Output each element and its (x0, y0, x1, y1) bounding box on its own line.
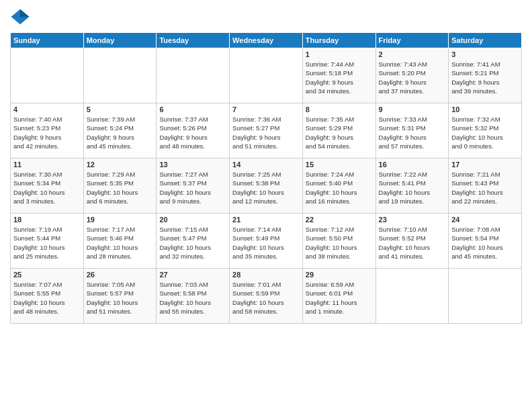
day-number: 6 (159, 105, 226, 113)
day-info: Sunrise: 7:12 AMSunset: 5:50 PMDaylight:… (306, 225, 373, 261)
calendar-cell: 14Sunrise: 7:25 AMSunset: 5:38 PMDayligh… (230, 158, 303, 214)
calendar-cell: 24Sunrise: 7:08 AMSunset: 5:54 PMDayligh… (449, 214, 522, 269)
week-row-1: 1Sunrise: 7:44 AMSunset: 5:18 PMDaylight… (11, 48, 522, 103)
day-info: Sunrise: 7:05 AMSunset: 5:57 PMDaylight:… (87, 280, 154, 316)
day-number: 2 (379, 50, 446, 58)
day-info: Sunrise: 7:03 AMSunset: 5:58 PMDaylight:… (159, 280, 226, 316)
logo (10, 7, 33, 27)
calendar-cell: 23Sunrise: 7:10 AMSunset: 5:52 PMDayligh… (375, 214, 449, 269)
calendar-cell: 5Sunrise: 7:39 AMSunset: 5:24 PMDaylight… (83, 103, 157, 158)
calendar-cell: 17Sunrise: 7:21 AMSunset: 5:43 PMDayligh… (449, 158, 522, 214)
calendar-cell: 16Sunrise: 7:22 AMSunset: 5:41 PMDayligh… (375, 158, 449, 214)
col-header-wednesday: Wednesday (230, 33, 303, 48)
week-row-4: 18Sunrise: 7:19 AMSunset: 5:44 PMDayligh… (11, 214, 522, 269)
calendar-cell: 28Sunrise: 7:01 AMSunset: 5:59 PMDayligh… (230, 269, 303, 324)
day-info: Sunrise: 7:17 AMSunset: 5:46 PMDaylight:… (87, 225, 154, 261)
day-number: 10 (451, 105, 519, 113)
day-info: Sunrise: 7:36 AMSunset: 5:27 PMDaylight:… (232, 115, 300, 150)
svg-marker-1 (20, 9, 30, 17)
day-info: Sunrise: 7:10 AMSunset: 5:52 PMDaylight:… (379, 225, 446, 261)
day-number: 19 (87, 216, 154, 224)
day-info: Sunrise: 7:37 AMSunset: 5:26 PMDaylight:… (159, 115, 226, 150)
day-info: Sunrise: 7:22 AMSunset: 5:41 PMDaylight:… (379, 170, 446, 205)
calendar-table: SundayMondayTuesdayWednesdayThursdayFrid… (10, 32, 522, 324)
day-number: 17 (451, 161, 519, 169)
day-info: Sunrise: 7:32 AMSunset: 5:32 PMDaylight:… (451, 115, 519, 150)
day-number: 1 (306, 50, 373, 58)
calendar-cell: 15Sunrise: 7:24 AMSunset: 5:40 PMDayligh… (302, 158, 375, 214)
day-info: Sunrise: 7:24 AMSunset: 5:40 PMDaylight:… (306, 170, 373, 205)
day-number: 18 (13, 216, 81, 224)
day-number: 27 (159, 271, 226, 279)
day-number: 12 (87, 161, 154, 169)
day-info: Sunrise: 7:21 AMSunset: 5:43 PMDaylight:… (451, 170, 519, 205)
day-info: Sunrise: 7:30 AMSunset: 5:34 PMDaylight:… (13, 170, 81, 205)
day-info: Sunrise: 7:29 AMSunset: 5:35 PMDaylight:… (87, 170, 154, 205)
day-info: Sunrise: 7:01 AMSunset: 5:59 PMDaylight:… (232, 280, 300, 316)
page-container: SundayMondayTuesdayWednesdayThursdayFrid… (0, 0, 532, 327)
calendar-cell (375, 269, 449, 324)
day-number: 28 (232, 271, 300, 279)
day-number: 22 (306, 216, 373, 224)
day-info: Sunrise: 7:08 AMSunset: 5:54 PMDaylight:… (451, 225, 519, 261)
col-header-friday: Friday (375, 33, 449, 48)
calendar-cell: 26Sunrise: 7:05 AMSunset: 5:57 PMDayligh… (83, 269, 157, 324)
week-row-3: 11Sunrise: 7:30 AMSunset: 5:34 PMDayligh… (11, 158, 522, 214)
day-number: 4 (13, 105, 81, 113)
day-info: Sunrise: 7:14 AMSunset: 5:49 PMDaylight:… (232, 225, 300, 261)
calendar-cell: 7Sunrise: 7:36 AMSunset: 5:27 PMDaylight… (230, 103, 303, 158)
day-number: 16 (379, 161, 446, 169)
calendar-cell (230, 48, 303, 103)
day-number: 7 (232, 105, 300, 113)
calendar-cell: 10Sunrise: 7:32 AMSunset: 5:32 PMDayligh… (449, 103, 522, 158)
col-header-sunday: Sunday (11, 33, 84, 48)
calendar-cell (83, 48, 157, 103)
calendar-cell: 25Sunrise: 7:07 AMSunset: 5:55 PMDayligh… (11, 269, 84, 324)
calendar-cell: 27Sunrise: 7:03 AMSunset: 5:58 PMDayligh… (157, 269, 230, 324)
col-header-saturday: Saturday (449, 33, 522, 48)
day-number: 11 (13, 161, 81, 169)
day-number: 8 (306, 105, 373, 113)
day-number: 26 (87, 271, 154, 279)
day-info: Sunrise: 7:44 AMSunset: 5:18 PMDaylight:… (306, 60, 373, 95)
week-row-2: 4Sunrise: 7:40 AMSunset: 5:23 PMDaylight… (11, 103, 522, 158)
day-info: Sunrise: 7:39 AMSunset: 5:24 PMDaylight:… (87, 115, 154, 150)
day-number: 3 (451, 50, 519, 58)
col-header-tuesday: Tuesday (157, 33, 230, 48)
day-number: 29 (306, 271, 373, 279)
header (10, 7, 522, 27)
day-info: Sunrise: 6:59 AMSunset: 6:01 PMDaylight:… (306, 280, 373, 316)
day-number: 13 (159, 161, 226, 169)
day-info: Sunrise: 7:07 AMSunset: 5:55 PMDaylight:… (13, 280, 81, 316)
calendar-cell (449, 269, 522, 324)
col-header-thursday: Thursday (302, 33, 375, 48)
day-info: Sunrise: 7:33 AMSunset: 5:31 PMDaylight:… (379, 115, 446, 150)
calendar-cell: 12Sunrise: 7:29 AMSunset: 5:35 PMDayligh… (83, 158, 157, 214)
calendar-cell: 13Sunrise: 7:27 AMSunset: 5:37 PMDayligh… (157, 158, 230, 214)
day-number: 15 (306, 161, 373, 169)
calendar-cell: 8Sunrise: 7:35 AMSunset: 5:29 PMDaylight… (302, 103, 375, 158)
calendar-cell: 2Sunrise: 7:43 AMSunset: 5:20 PMDaylight… (375, 48, 449, 103)
calendar-cell: 19Sunrise: 7:17 AMSunset: 5:46 PMDayligh… (83, 214, 157, 269)
day-number: 23 (379, 216, 446, 224)
calendar-cell: 9Sunrise: 7:33 AMSunset: 5:31 PMDaylight… (375, 103, 449, 158)
day-number: 9 (379, 105, 446, 113)
day-info: Sunrise: 7:41 AMSunset: 5:21 PMDaylight:… (451, 60, 519, 95)
day-number: 5 (87, 105, 154, 113)
calendar-cell: 20Sunrise: 7:15 AMSunset: 5:47 PMDayligh… (157, 214, 230, 269)
day-info: Sunrise: 7:25 AMSunset: 5:38 PMDaylight:… (232, 170, 300, 205)
day-number: 21 (232, 216, 300, 224)
day-info: Sunrise: 7:15 AMSunset: 5:47 PMDaylight:… (159, 225, 226, 261)
day-number: 25 (13, 271, 81, 279)
calendar-cell: 4Sunrise: 7:40 AMSunset: 5:23 PMDaylight… (11, 103, 84, 158)
calendar-cell: 22Sunrise: 7:12 AMSunset: 5:50 PMDayligh… (302, 214, 375, 269)
day-number: 24 (451, 216, 519, 224)
calendar-cell (11, 48, 84, 103)
calendar-cell (157, 48, 230, 103)
day-number: 14 (232, 161, 300, 169)
calendar-cell: 11Sunrise: 7:30 AMSunset: 5:34 PMDayligh… (11, 158, 84, 214)
day-info: Sunrise: 7:19 AMSunset: 5:44 PMDaylight:… (13, 225, 81, 261)
calendar-cell: 3Sunrise: 7:41 AMSunset: 5:21 PMDaylight… (449, 48, 522, 103)
day-info: Sunrise: 7:40 AMSunset: 5:23 PMDaylight:… (13, 115, 81, 150)
day-number: 20 (159, 216, 226, 224)
